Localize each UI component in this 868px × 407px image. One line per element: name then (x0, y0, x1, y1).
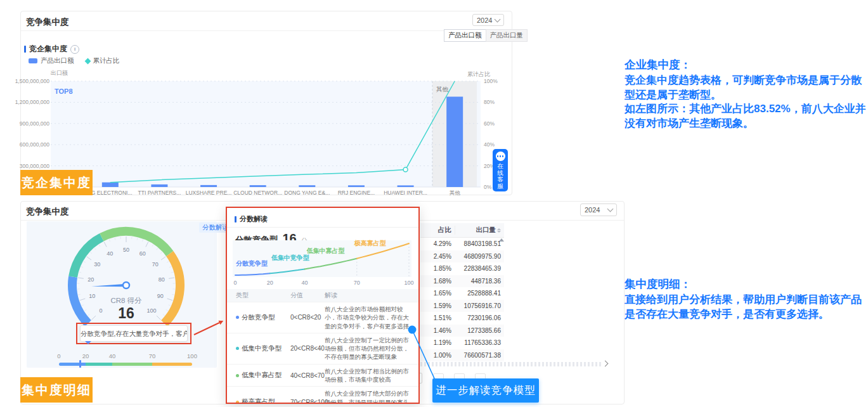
svg-text:0%: 0% (484, 184, 492, 190)
table-row[interactable]: 2.45%46809975.90 (420, 250, 504, 263)
svg-text:累计占比: 累计占比 (467, 71, 490, 77)
svg-text:分散竞争型: 分散竞争型 (235, 260, 268, 267)
annotation-body: 竞企集中度趋势表格，可判断竞争市场是属于分散型还是属于垄断型。 (625, 74, 867, 102)
legend-label: 累计占比 (93, 56, 120, 65)
svg-text:16: 16 (118, 305, 134, 321)
svg-text:60: 60 (139, 250, 146, 257)
cell-share: 4.29% (420, 240, 455, 247)
badge-company-concentration: 竞企集中度 (20, 170, 93, 195)
cell-share: 2.45% (420, 253, 455, 260)
svg-text:900,000,000: 900,000,000 (20, 120, 50, 127)
chat-bubble-icon (496, 152, 505, 161)
cell-amount: 7230196.06 (455, 314, 503, 321)
chat-label-char: 服 (497, 183, 503, 190)
svg-text:80: 80 (159, 276, 165, 283)
year-select[interactable]: 2024 (472, 14, 504, 26)
svg-text:0: 0 (100, 307, 103, 314)
popup-table-header: 类型 分值 解读 (227, 289, 418, 302)
slider-segment (152, 363, 192, 366)
slider-segment (86, 363, 112, 366)
legend-item-bar[interactable]: 产品出口额 (29, 56, 74, 65)
cell-amount: 1273385.66 (455, 327, 503, 334)
popup-title: 分数解读 (240, 214, 268, 224)
cell-range: 0<CR8<20 (290, 314, 325, 321)
year-select-value: 2024 (477, 16, 492, 24)
type-dot-icon (236, 374, 239, 377)
column-amount: 出口量 (455, 226, 503, 235)
annotation-body: 直接给到用户分析结果，帮助用户判断目前该产品是否存在大量竞争对手，是否有更多选择… (625, 293, 867, 321)
table-row[interactable]: 1.68%448718.36 (420, 275, 504, 288)
legend-item-line[interactable]: 累计占比 (86, 56, 120, 65)
cell-amount: 11765336.33 (455, 339, 503, 346)
section-marker (24, 46, 26, 53)
cell-range: 70<CR8<100 (290, 399, 325, 404)
popup-table-body: 分散竞争型0<CR8<20前八大企业的市场份额相对较小，市场竞争较为分散，存在大… (227, 302, 418, 404)
popup-table-row: 低集中寡占型40<CR8<70前八大企业控制了相当比例的市场份额，市场集中度较高 (227, 364, 418, 387)
annotation-heading: 集中度明细： (625, 276, 867, 292)
svg-text:30: 30 (94, 261, 100, 268)
svg-text:70: 70 (354, 280, 360, 286)
annotation-heading: 企业集中度： (625, 57, 867, 72)
chevron-down-icon (607, 206, 614, 212)
x-axis-label: TTI PARTNERS... (138, 190, 181, 196)
gauge-result-callout: 分散竞争型,存在大量竞争对手，客户有更多选择 (80, 325, 188, 342)
bar-swatch-icon (29, 58, 37, 63)
section-marker (235, 216, 236, 223)
table-row[interactable]: 1.59%10756916.70 (420, 300, 504, 313)
table-row[interactable]: 1.65%2528888.41 (420, 287, 504, 300)
score-scale-slider[interactable]: 0204070100 (59, 352, 193, 369)
table-row[interactable]: 1.85%22838465.39 (420, 262, 504, 275)
cell-amount: 10756916.70 (455, 302, 503, 309)
x-axis-label: 其他 (450, 190, 461, 196)
slider-segment (59, 363, 86, 366)
cell-share: 1.59% (420, 302, 455, 309)
svg-text:60%: 60% (484, 120, 495, 127)
svg-text:100: 100 (146, 307, 156, 314)
svg-text:20: 20 (87, 276, 94, 283)
horizontal-scrollbar[interactable] (420, 362, 602, 366)
svg-text:40: 40 (107, 250, 113, 257)
popup-connector (405, 322, 443, 385)
svg-text:90: 90 (157, 293, 164, 299)
slider-marker[interactable] (79, 360, 81, 368)
svg-text:CR8 得分: CR8 得分 (110, 297, 142, 304)
tab-export-quantity[interactable]: 产品出口量 (486, 29, 528, 42)
cell-type: 极高寡占型 (242, 397, 275, 404)
callout-pointer-icon (85, 341, 91, 344)
chevron-down-icon (495, 16, 501, 22)
svg-text:600,000,000: 600,000,000 (20, 141, 50, 148)
svg-text:0: 0 (233, 280, 236, 286)
tab-export-amount[interactable]: 产品出口额 (444, 29, 486, 42)
popup-header: 分数解读 (235, 214, 268, 224)
chat-label: 在线客服 (497, 163, 503, 190)
cell-share: 1.85% (420, 265, 455, 272)
table-row[interactable]: 4.29%88403198.51 (420, 238, 504, 250)
year-select-value: 2024 (585, 206, 600, 214)
cell-type: 低集中寡占型 (242, 371, 282, 380)
section-title: 竞企集中度 (29, 44, 67, 55)
export-metric-tabs: 产品出口额 产品出口量 (444, 29, 528, 42)
year-select-bottom[interactable]: 2024 (580, 204, 617, 216)
sort-icon[interactable] (497, 228, 501, 233)
svg-text:100%: 100% (484, 78, 498, 84)
slider-tick-label: 100 (187, 352, 197, 359)
interpret-model-button[interactable]: 进一步解读竞争模型 (432, 378, 539, 403)
score-explain-label: 分数解读 (202, 223, 229, 232)
info-icon[interactable]: i (70, 45, 79, 54)
annotation-body: 如左图所示：其他产业占比83.52%，前八大企业并没有对市场产生垄断现象。 (625, 102, 867, 131)
slider-segment (112, 363, 152, 366)
svg-text:低集中寡占型: 低集中寡占型 (306, 247, 345, 254)
score-explain-popup: 分数解读 分散竞争型 16 分 分散竞争型低集中竞争型低集中寡占型极高寡占型02… (226, 207, 420, 404)
legend-label: 产品出口额 (41, 56, 74, 65)
cell-amount: 2528888.41 (455, 290, 503, 297)
column-share: 占比 (420, 226, 455, 235)
column-type: 类型 (227, 291, 290, 300)
x-axis-label: LUXSHARE PRE... (186, 190, 232, 196)
concentration-combo-chart: 1,500,000,0001,200,000,000900,000,000600… (19, 66, 514, 200)
svg-text:80%: 80% (484, 99, 495, 105)
type-dot-icon (236, 316, 239, 319)
svg-text:40%: 40% (484, 141, 495, 148)
slider-tick-label: 0 (57, 352, 60, 359)
annotation-concentration-detail: 集中度明细： 直接给到用户分析结果，帮助用户判断目前该产品是否存在大量竞争对手，… (625, 276, 867, 321)
online-service-widget[interactable]: 在线客服 (493, 149, 508, 191)
